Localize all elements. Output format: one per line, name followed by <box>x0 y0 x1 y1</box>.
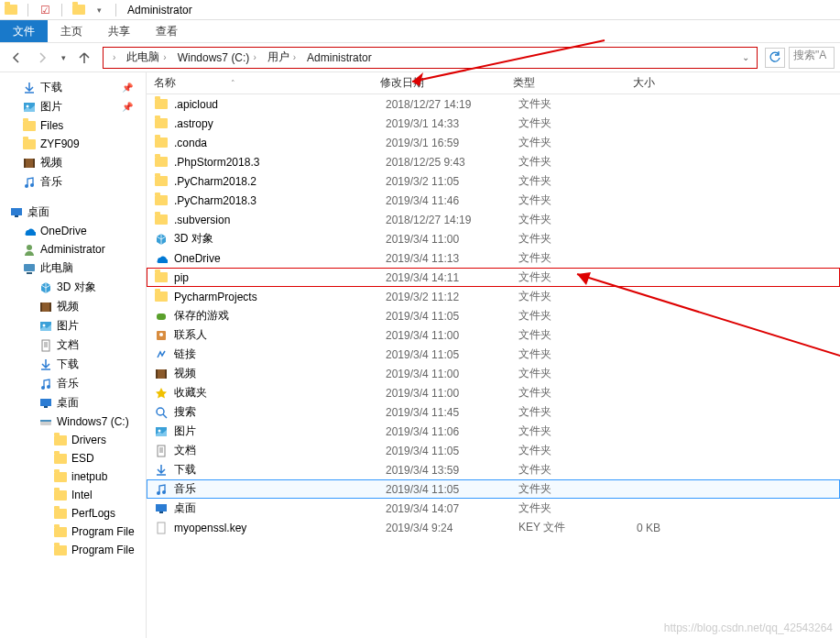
tree-item[interactable]: 文档 <box>0 336 146 355</box>
breadcrumb-item[interactable]: 用户› <box>262 50 301 65</box>
tree-item[interactable]: 音乐 <box>0 374 146 393</box>
file-list[interactable]: .apicloud2018/12/27 14:19文件夹.astropy2019… <box>147 94 840 638</box>
tree-item[interactable]: 视频 <box>0 153 146 172</box>
address-dropdown-icon[interactable]: ⌄ <box>738 52 753 62</box>
tree-label: 下载 <box>57 357 79 372</box>
file-type: 文件夹 <box>518 231 605 247</box>
tree-label: 视频 <box>57 299 79 314</box>
file-row[interactable]: .astropy2019/3/1 14:33文件夹 <box>147 114 840 133</box>
column-type[interactable]: 类型 <box>513 75 600 91</box>
up-button[interactable] <box>73 47 95 69</box>
column-name[interactable]: 名称˄ <box>147 75 380 91</box>
file-row[interactable]: 3D 对象2019/3/4 11:00文件夹 <box>147 229 840 248</box>
file-type: 文件夹 <box>518 270 605 285</box>
tab-view[interactable]: 查看 <box>143 20 191 42</box>
navigation-pane[interactable]: 下载📌图片📌FilesZYF909视频音乐桌面OneDriveAdministr… <box>0 72 147 638</box>
file-row[interactable]: 音乐2019/3/4 11:05文件夹 <box>147 479 840 499</box>
tree-item[interactable]: ESD <box>0 449 146 468</box>
breadcrumb-item[interactable]: Administrator <box>301 51 377 64</box>
download-icon <box>38 358 53 372</box>
tree-item[interactable]: 音乐 <box>0 172 146 192</box>
tree-item[interactable]: PerfLogs <box>0 504 146 522</box>
video-icon <box>154 367 169 381</box>
refresh-button[interactable] <box>765 48 785 68</box>
breadcrumb-root-chevron[interactable]: › <box>107 52 121 62</box>
tree-item[interactable]: Administrator <box>0 240 146 258</box>
tab-home[interactable]: 主页 <box>48 20 95 42</box>
download-icon <box>22 81 37 95</box>
tree-item[interactable]: 此电脑 <box>0 258 146 278</box>
file-row[interactable]: 收藏夹2019/3/4 11:00文件夹 <box>147 383 840 402</box>
tree-item[interactable]: 桌面 <box>0 203 146 222</box>
tree-item[interactable]: 图片 <box>0 316 146 336</box>
forward-button[interactable] <box>31 47 53 69</box>
tree-item[interactable]: Files <box>0 116 146 135</box>
file-row[interactable]: PycharmProjects2019/3/2 11:12文件夹 <box>147 287 840 306</box>
file-row[interactable]: .conda2019/3/1 16:59文件夹 <box>147 133 840 152</box>
file-row[interactable]: 图片2019/3/4 11:06文件夹 <box>147 422 840 441</box>
music-icon <box>22 175 37 190</box>
svg-rect-43 <box>156 504 167 512</box>
tree-item[interactable]: 视频 <box>0 297 146 316</box>
file-date: 2019/3/4 11:00 <box>386 387 518 400</box>
column-size[interactable]: 大小 <box>600 75 673 91</box>
breadcrumb-item[interactable]: 此电脑› <box>121 50 171 65</box>
folder-icon <box>154 213 169 227</box>
file-row[interactable]: 保存的游戏2019/3/4 11:05文件夹 <box>147 306 840 325</box>
file-row[interactable]: 视频2019/3/4 11:00文件夹 <box>147 364 840 383</box>
back-button[interactable] <box>5 47 27 69</box>
address-bar[interactable]: › 此电脑› Windows7 (C:)› 用户› Administrator … <box>103 47 758 69</box>
tree-item[interactable]: OneDrive <box>0 222 146 240</box>
svg-rect-26 <box>40 420 51 422</box>
tree-item[interactable]: 下载📌 <box>0 78 146 97</box>
tree-label: Intel <box>71 489 93 501</box>
tree-item[interactable]: 3D 对象 <box>0 278 146 297</box>
file-row[interactable]: .apicloud2018/12/27 14:19文件夹 <box>147 94 840 114</box>
tree-item[interactable]: 图片📌 <box>0 97 146 116</box>
file-row[interactable]: 搜索2019/3/4 11:45文件夹 <box>147 402 840 422</box>
tree-item[interactable]: Program File <box>0 541 146 559</box>
title-bar: ☑ ▾ Administrator <box>0 0 840 20</box>
file-type: 文件夹 <box>518 385 605 401</box>
qat-dropdown-icon[interactable]: ▾ <box>92 3 106 17</box>
file-row[interactable]: .PyCharm2018.32019/3/4 11:46文件夹 <box>147 191 840 210</box>
folder-qat-icon[interactable] <box>71 3 86 17</box>
file-row[interactable]: .PhpStorm2018.32018/12/25 9:43文件夹 <box>147 152 840 171</box>
file-row[interactable]: 链接2019/3/4 11:05文件夹 <box>147 345 840 364</box>
breadcrumb-item[interactable]: Windows7 (C:)› <box>172 51 262 64</box>
pin-icon: 📌 <box>122 82 133 93</box>
file-row[interactable]: 下载2019/3/4 13:59文件夹 <box>147 460 840 479</box>
tree-item[interactable]: inetpub <box>0 468 146 486</box>
tree-item[interactable]: Program File <box>0 522 146 541</box>
svg-rect-14 <box>49 302 51 312</box>
file-row[interactable]: 桌面2019/3/4 14:07文件夹 <box>147 499 840 518</box>
tree-item[interactable]: ZYF909 <box>0 135 146 153</box>
file-row[interactable]: myopenssl.key2019/3/4 9:24KEY 文件0 KB <box>147 518 840 537</box>
svg-rect-8 <box>15 215 18 217</box>
tree-item[interactable]: Windows7 (C:) <box>0 412 146 431</box>
file-type: 文件夹 <box>518 327 605 343</box>
file-date: 2019/3/4 11:00 <box>386 368 518 380</box>
file-row[interactable]: 文档2019/3/4 11:05文件夹 <box>147 441 840 460</box>
tree-item[interactable]: 桌面 <box>0 393 146 412</box>
file-type: 文件夹 <box>518 481 605 497</box>
tab-share[interactable]: 共享 <box>95 20 143 42</box>
ribbon-tabs: 文件 主页 共享 查看 <box>0 20 840 43</box>
tree-item[interactable]: Intel <box>0 486 146 504</box>
tree-label: Windows7 (C:) <box>57 415 129 428</box>
favorites-icon <box>154 386 169 401</box>
file-name: .subversion <box>174 214 386 226</box>
column-date[interactable]: 修改日期 <box>380 75 513 91</box>
recent-dropdown[interactable]: ▾ <box>57 47 70 69</box>
file-row[interactable]: .PyCharm2018.22019/3/2 11:05文件夹 <box>147 171 840 191</box>
file-row[interactable]: pip2019/3/4 14:11文件夹 <box>147 268 840 287</box>
tree-item[interactable]: 下载 <box>0 355 146 374</box>
properties-icon[interactable]: ☑ <box>38 3 52 17</box>
tab-file[interactable]: 文件 <box>0 20 48 42</box>
search-input[interactable]: 搜索"A <box>789 47 835 69</box>
file-row[interactable]: OneDrive2019/3/4 11:13文件夹 <box>147 248 840 268</box>
file-row[interactable]: 联系人2019/3/4 11:00文件夹 <box>147 325 840 345</box>
file-date: 2019/3/4 11:45 <box>386 406 518 419</box>
file-row[interactable]: .subversion2018/12/27 14:19文件夹 <box>147 210 840 229</box>
tree-item[interactable]: Drivers <box>0 431 146 449</box>
